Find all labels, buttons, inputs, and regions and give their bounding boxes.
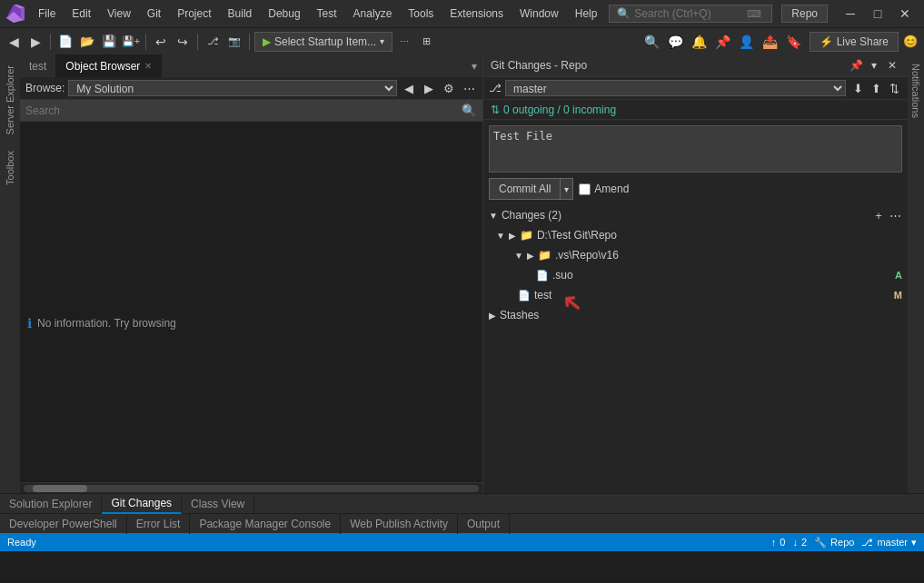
git-dropdown-icon[interactable]: ▾: [866, 57, 882, 74]
status-repo[interactable]: 🔧 Repo: [814, 537, 854, 548]
tab-test[interactable]: test: [20, 54, 56, 77]
status-up-count[interactable]: ↑ 0: [771, 537, 786, 548]
browse-select[interactable]: My Solution: [68, 80, 397, 96]
branch-dropdown-icon: ▾: [911, 537, 917, 548]
minimize-button[interactable]: ─: [837, 0, 864, 27]
menu-project[interactable]: Project: [170, 4, 218, 24]
open-icon[interactable]: 📂: [77, 32, 97, 52]
menu-file[interactable]: File: [31, 4, 63, 24]
stage-all-icon[interactable]: +: [871, 208, 886, 222]
commit-dropdown-icon: ▾: [564, 184, 569, 194]
startup-button[interactable]: ▶ Select Startup Item... ▾: [254, 32, 392, 52]
search-input[interactable]: [634, 7, 743, 20]
menu-tools[interactable]: Tools: [401, 4, 441, 24]
tree-root-folder[interactable]: ▼ ▶ 📁 D:\Test Git\Repo: [492, 225, 908, 245]
comment-icon[interactable]: 💬: [666, 32, 686, 52]
back-icon[interactable]: ◀: [4, 32, 24, 52]
ob-settings-icon[interactable]: ⚙: [441, 80, 457, 96]
menu-git[interactable]: Git: [140, 4, 168, 24]
notifications-tab[interactable]: Notifications: [909, 58, 923, 124]
git-icon[interactable]: ⎇: [203, 32, 223, 52]
amend-checkbox[interactable]: [579, 183, 591, 195]
commit-all-main[interactable]: Commit All: [490, 179, 561, 199]
ob-search-icon[interactable]: 🔍: [461, 103, 477, 119]
ob-search-input[interactable]: [25, 104, 457, 117]
menu-debug[interactable]: Debug: [261, 4, 307, 24]
commit-all-button[interactable]: Commit All ▾: [489, 178, 573, 200]
toolbar-extra-2[interactable]: ⊞: [416, 32, 436, 52]
tree-sub-folder[interactable]: ▼ ▶ 📁 .vs\Repo\v16: [492, 245, 908, 265]
package-manager-tab[interactable]: Package Manager Console: [190, 514, 341, 534]
user-icon[interactable]: 👤: [737, 32, 757, 52]
tab-object-browser[interactable]: Object Browser ✕: [56, 54, 162, 77]
menu-extensions[interactable]: Extensions: [442, 4, 511, 24]
changes-section: ▼ Changes (2) + ⋯ ▼ ▶ 📁 D:\Test Git\Repo: [483, 205, 908, 493]
status-branch[interactable]: ⎇ master ▾: [861, 537, 917, 548]
server-explorer-tab[interactable]: Server Explorer: [2, 58, 18, 142]
save-icon[interactable]: 💾: [99, 32, 119, 52]
menu-view[interactable]: View: [100, 4, 138, 24]
menu-window[interactable]: Window: [512, 4, 566, 24]
undo-icon[interactable]: ↩: [151, 32, 171, 52]
test-file-name: test: [534, 289, 890, 301]
git-close-icon[interactable]: ✕: [884, 57, 900, 74]
scroll-thumb[interactable]: [33, 485, 87, 492]
git-header-icons: 📌 ▾ ✕: [848, 57, 900, 74]
send-icon[interactable]: 📤: [760, 32, 780, 52]
error-list-tab[interactable]: Error List: [127, 514, 191, 534]
web-publish-tab[interactable]: Web Publish Activity: [341, 514, 458, 534]
solution-explorer-tab[interactable]: Solution Explorer: [0, 494, 102, 514]
pull-icon[interactable]: ⬆: [868, 80, 884, 96]
tabs-dropdown-icon[interactable]: ▾: [466, 60, 482, 73]
snapshot-icon[interactable]: 📷: [224, 32, 244, 52]
push-icon[interactable]: ⇅: [886, 80, 902, 96]
ob-forward-icon[interactable]: ▶: [421, 80, 437, 96]
output-tabs: Developer PowerShell Error List Package …: [0, 513, 924, 533]
menu-test[interactable]: Test: [310, 4, 344, 24]
class-view-tab[interactable]: Class View: [182, 494, 254, 514]
maximize-button[interactable]: □: [864, 0, 891, 27]
bookmark-icon[interactable]: 🔖: [784, 32, 804, 52]
menu-build[interactable]: Build: [221, 4, 260, 24]
git-outgoing-incoming[interactable]: ⇅ 0 outgoing / 0 incoming: [483, 100, 908, 120]
stashes-header[interactable]: ▶ Stashes: [483, 305, 908, 325]
tree-file-suo[interactable]: 📄 .suo A: [492, 265, 908, 285]
tab-close-icon[interactable]: ✕: [144, 61, 152, 71]
commit-message-input[interactable]: Test File: [493, 130, 898, 168]
menu-edit[interactable]: Edit: [65, 4, 98, 24]
amend-checkbox-label[interactable]: Amend: [579, 183, 629, 195]
tree-file-test[interactable]: 📄 test M: [492, 285, 908, 305]
redo-icon[interactable]: ↪: [173, 32, 193, 52]
close-button[interactable]: ✕: [891, 0, 919, 27]
menu-analyze[interactable]: Analyze: [346, 4, 400, 24]
new-project-icon[interactable]: 📄: [55, 32, 75, 52]
feedback-icon[interactable]: 😊: [900, 32, 920, 52]
git-changes-tab[interactable]: Git Changes: [102, 494, 182, 514]
ob-back-icon[interactable]: ◀: [401, 80, 417, 96]
changes-action-icons: + ⋯: [871, 208, 902, 222]
branch-select[interactable]: master: [505, 80, 846, 96]
suo-file-status: A: [895, 270, 902, 281]
bell-icon[interactable]: 🔔: [690, 32, 710, 52]
changes-chevron-icon: ▼: [489, 211, 498, 221]
horizontal-scrollbar[interactable]: [20, 482, 482, 493]
output-tab[interactable]: Output: [458, 514, 510, 534]
search2-icon[interactable]: 🔍: [642, 32, 662, 52]
toolbar-extra-1[interactable]: ⋯: [394, 32, 414, 52]
ready-status: Ready: [7, 537, 36, 548]
status-down-count[interactable]: ↓ 2: [792, 537, 807, 548]
changes-more-icon[interactable]: ⋯: [888, 208, 902, 222]
pin-icon[interactable]: 📌: [713, 32, 733, 52]
fetch-icon[interactable]: ⬇: [849, 80, 866, 96]
ob-more-icon[interactable]: ⋯: [461, 80, 477, 96]
repo-button[interactable]: Repo: [781, 5, 828, 23]
menu-help[interactable]: Help: [568, 4, 605, 24]
save-all-icon[interactable]: 💾+: [121, 32, 141, 52]
changes-header[interactable]: ▼ Changes (2) + ⋯: [483, 205, 908, 225]
toolbox-tab[interactable]: Toolbox: [2, 143, 18, 193]
git-pin-icon[interactable]: 📌: [848, 57, 864, 74]
live-share-button[interactable]: ⚡ Live Share: [810, 32, 899, 52]
forward-icon[interactable]: ▶: [25, 32, 45, 52]
dev-powershell-tab[interactable]: Developer PowerShell: [0, 514, 127, 534]
commit-all-dropdown[interactable]: ▾: [561, 179, 572, 199]
